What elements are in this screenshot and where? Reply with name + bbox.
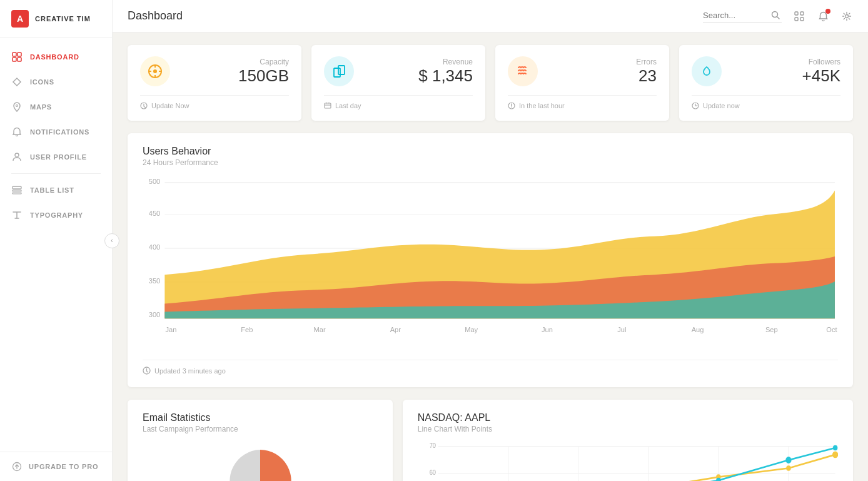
dashboard-icon [11,51,23,63]
svg-text:60: 60 [429,469,436,477]
email-statistics-card: Email Statistics Last Campaign Performan… [128,400,393,481]
svg-text:Aug: Aug [692,325,704,333]
content-area: Capacity 150GB Update Now [113,33,868,481]
followers-icon [692,56,722,86]
nasdaq-chart: 70 60 50 [418,440,838,481]
svg-text:Mar: Mar [313,325,325,333]
svg-rect-2 [13,58,16,61]
logo-icon: A [11,10,29,28]
search-icon[interactable] [769,9,782,21]
svg-marker-4 [13,78,21,86]
svg-rect-13 [800,12,804,15]
svg-point-22 [153,69,157,73]
svg-text:Jan: Jan [166,325,177,333]
followers-value: +45K [802,66,840,86]
sidebar-item-table-list[interactable]: TABLE LIST [0,178,112,203]
svg-rect-25 [325,103,331,108]
grid-icon[interactable] [793,10,805,23]
settings-gear-icon[interactable] [840,10,853,23]
svg-rect-7 [13,186,21,189]
svg-text:Oct: Oct [826,325,837,333]
revenue-value: $ 1,345 [418,66,473,86]
svg-point-64 [786,465,790,471]
svg-point-5 [16,105,18,107]
sidebar-upgrade[interactable]: UPGRADE TO PRO [0,452,112,481]
sidebar-item-dashboard[interactable]: DASHBOARD [0,44,112,69]
capacity-footer: Update Now [140,95,289,109]
svg-text:500: 500 [149,177,161,185]
svg-point-16 [845,14,849,18]
notification-bell-icon[interactable] [817,10,829,23]
svg-text:70: 70 [429,442,436,449]
svg-rect-23 [334,68,340,77]
svg-point-6 [15,153,19,157]
stat-card-errors: Errors 23 In the last hour [495,45,669,121]
area-chart-svg: 500 450 400 350 300 [143,177,838,352]
diamond-icon [11,76,23,88]
svg-rect-12 [795,12,798,15]
svg-rect-8 [13,190,21,191]
errors-label: Errors [636,58,657,66]
email-statistics-title: Email Statistics [143,412,378,423]
followers-label: Followers [802,58,840,66]
search-box[interactable] [703,9,782,23]
svg-text:350: 350 [149,277,161,285]
sidebar-item-typography[interactable]: TYPOGRAPHY [0,203,112,228]
bottom-row: Email Statistics Last Campaign Performan… [128,400,853,481]
type-icon [11,210,23,221]
revenue-icon [324,56,354,86]
users-behavior-chart: 500 450 400 350 300 [143,177,838,352]
sidebar-logo: A CREATIVE TIM [0,0,112,38]
svg-rect-1 [18,53,21,56]
svg-rect-14 [795,18,798,21]
sidebar-item-user-profile[interactable]: USER PROFILE [0,144,112,170]
stat-card-capacity: Capacity 150GB Update Now [128,45,301,121]
logo-text: CREATIVE TIM [35,15,91,23]
svg-text:400: 400 [149,243,161,251]
upgrade-icon [11,461,23,472]
svg-text:Apr: Apr [390,325,401,333]
svg-point-11 [772,11,777,17]
sidebar-collapse-button[interactable]: ‹ [104,233,119,248]
nasdaq-subtitle: Line Chart With Points [418,425,838,433]
header-right [703,9,853,23]
stat-card-followers: Followers +45K Update now [679,45,853,121]
email-pie-chart [143,443,378,481]
page-title: Dashboard [128,9,703,23]
stats-row: Capacity 150GB Update Now [128,45,853,121]
svg-text:Jun: Jun [542,325,553,333]
svg-point-71 [785,457,791,463]
capacity-label: Capacity [238,58,289,66]
errors-footer: In the last hour [508,95,657,109]
svg-point-27 [511,107,512,108]
errors-icon [508,56,538,86]
errors-value: 23 [636,66,657,86]
users-behavior-card: Users Behavior 24 Hours Performance 500 … [128,133,853,387]
svg-text:Jul: Jul [617,325,626,333]
bell-icon [11,126,23,138]
revenue-footer: Last day [324,95,473,109]
email-statistics-subtitle: Last Campaign Performance [143,425,378,433]
svg-text:May: May [465,325,478,333]
svg-rect-15 [800,18,804,21]
users-behavior-footer: Updated 3 minutes ago [143,360,838,375]
sidebar-item-notifications[interactable]: NOTIFICATIONS [0,119,112,144]
person-icon [11,151,23,163]
svg-text:450: 450 [149,210,161,217]
main-content: Dashboard [113,0,868,481]
sidebar-item-maps[interactable]: MAPS [0,94,112,119]
nasdaq-title: NASDAQ: AAPL [418,412,838,423]
revenue-label: Revenue [418,58,473,66]
sidebar: A CREATIVE TIM DASHBOARD IC [0,0,113,481]
svg-text:Sep: Sep [765,325,778,333]
svg-rect-9 [13,193,21,194]
svg-point-65 [832,451,838,458]
sidebar-item-icons[interactable]: ICONS [0,69,112,94]
svg-rect-3 [18,58,21,61]
capacity-icon [140,56,170,86]
users-behavior-title: Users Behavior [143,146,838,157]
search-input[interactable] [703,11,765,20]
svg-text:Feb: Feb [241,325,253,333]
table-icon [11,185,23,196]
svg-rect-0 [13,53,16,56]
